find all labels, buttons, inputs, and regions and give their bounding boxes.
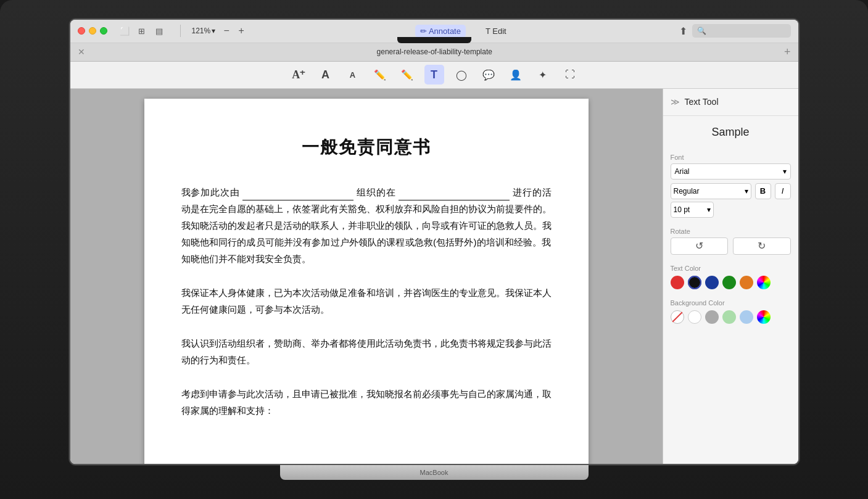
- share-button[interactable]: ⬆: [679, 25, 687, 37]
- bg-color-gray[interactable]: [705, 310, 719, 324]
- bg-color-light-blue[interactable]: [740, 310, 753, 324]
- text-color-black[interactable]: [688, 276, 701, 289]
- strip-view-icon[interactable]: ▤: [152, 25, 167, 37]
- macbook-base: MacBook: [280, 465, 589, 480]
- rotate-section: Rotate ↺ ↻: [671, 228, 791, 255]
- comment-tool[interactable]: 💬: [479, 65, 498, 85]
- text-color-multicolor[interactable]: [757, 276, 771, 289]
- side-panel-title: Text Tool: [685, 97, 719, 107]
- zoom-controls: 121% ▾ − +: [189, 25, 248, 37]
- blank-2: [399, 200, 510, 200]
- close-button[interactable]: [78, 27, 85, 35]
- annotate-button[interactable]: ✏ Annotate: [415, 25, 466, 38]
- rotate-buttons: ↺ ↻: [671, 237, 791, 255]
- zoom-display[interactable]: 121% ▾: [189, 25, 218, 36]
- zoom-out-button[interactable]: −: [220, 25, 233, 37]
- traffic-lights: [78, 27, 107, 35]
- laptop-outer: ⬜ ⊞ ▤ 121% ▾ − + ✏ Annotate T Edit ⬆: [0, 0, 868, 499]
- document-viewer[interactable]: 一般免责同意书 我参加此次由组织的在进行的活动是在完全自愿的基础上，依签署此有关…: [70, 89, 663, 464]
- search-bar[interactable]: 🔍: [692, 24, 791, 38]
- text-color-label: Text Color: [671, 265, 791, 272]
- font-size-select[interactable]: 10 pt ▾: [671, 202, 714, 218]
- font-small-tool[interactable]: A: [343, 65, 363, 85]
- doc-paragraph-1: 我参加此次由组织的在进行的活动是在完全自愿的基础上，依签署此有关豁免、权利放弃和…: [181, 184, 552, 267]
- bg-color-none[interactable]: [671, 310, 684, 324]
- side-panel-header: ≫ Text Tool: [663, 89, 798, 116]
- text-tool[interactable]: T: [424, 65, 444, 85]
- search-input[interactable]: [709, 27, 786, 35]
- bold-button[interactable]: B: [755, 183, 771, 199]
- doc-paragraph-4: 考虑到申请参与此次活动，且申请已被批准，我知晓报名前必须事先与自己的家属沟通，取…: [181, 386, 552, 419]
- shape-tool[interactable]: ◯: [452, 65, 471, 85]
- window-controls: ⬜ ⊞ ▤: [117, 25, 167, 37]
- side-panel-body: Sample Font Arial ▾ Regular ▾ B: [663, 116, 798, 334]
- text-color-blue[interactable]: [705, 276, 719, 289]
- bg-color-label: Background Color: [671, 299, 791, 307]
- annotation-toolbar: A⁺ A A ✏️ ✏️ T ◯ 💬 👤 ✦ ⛶: [70, 62, 798, 89]
- tab-bar: ✕ general-release-of-liability-template …: [70, 43, 798, 62]
- new-tab-button[interactable]: +: [782, 46, 793, 59]
- minimize-button[interactable]: [89, 27, 96, 35]
- font-section: Font Arial ▾ Regular ▾ B I: [671, 154, 791, 218]
- font-style-row: Regular ▾ B I: [671, 183, 791, 199]
- signature-tool[interactable]: 👤: [506, 65, 526, 85]
- tab-title: general-release-of-liability-template: [93, 47, 777, 56]
- font-style-select[interactable]: Regular ▾: [671, 183, 751, 199]
- document-page: 一般免责同意书 我参加此次由组织的在进行的活动是在完全自愿的基础上，依签署此有关…: [144, 99, 589, 464]
- macbook-label: MacBook: [420, 469, 448, 476]
- bg-color-section: Background Color: [671, 299, 791, 324]
- font-label: Font: [671, 154, 791, 161]
- bg-color-multicolor[interactable]: [757, 310, 771, 324]
- bg-color-row: [671, 310, 791, 324]
- redact-tool[interactable]: ✦: [533, 65, 553, 85]
- rotate-label: Rotate: [671, 228, 791, 235]
- main-area: 一般免责同意书 我参加此次由组织的在进行的活动是在完全自愿的基础上，依签署此有关…: [70, 89, 798, 464]
- doc-paragraph-3: 我认识到活动组织者，赞助商、举办者都将使用此活动免责书，此免责书将规定我参与此活…: [181, 335, 552, 368]
- grid-view-icon[interactable]: ⊞: [134, 25, 149, 37]
- rotate-cw-button[interactable]: ↻: [733, 237, 791, 255]
- toolbar-divider: [180, 25, 181, 37]
- bg-color-white[interactable]: [688, 310, 701, 324]
- blank-1: [242, 200, 353, 200]
- sample-text: Sample: [671, 126, 791, 139]
- pen-tool[interactable]: ✏️: [370, 65, 390, 85]
- text-fit-tool[interactable]: A⁺: [289, 65, 308, 85]
- text-color-section: Text Color: [671, 265, 791, 289]
- sidebar-toggle-icon[interactable]: ⬜: [117, 25, 132, 37]
- laptop-screen: ⬜ ⊞ ▤ 121% ▾ − + ✏ Annotate T Edit ⬆: [70, 20, 798, 464]
- text-color-red[interactable]: [671, 276, 684, 289]
- text-color-green[interactable]: [722, 276, 736, 289]
- highlight-tool[interactable]: ✏️: [397, 65, 417, 85]
- font-size-row: 10 pt ▾: [671, 202, 791, 218]
- search-icon: 🔍: [697, 27, 706, 35]
- tab-close-icon[interactable]: ✕: [75, 47, 88, 57]
- notch: [397, 37, 471, 43]
- text-color-orange[interactable]: [740, 276, 753, 289]
- side-panel-collapse-icon[interactable]: ≫: [671, 97, 680, 107]
- zoom-in-button[interactable]: +: [235, 25, 247, 37]
- bg-color-light-green[interactable]: [722, 310, 736, 324]
- doc-paragraph-2: 我保证本人身体健康，已为本次活动做足准备和培训，并咨询医生的专业意见。我保证本人…: [181, 284, 552, 318]
- italic-button[interactable]: I: [775, 183, 791, 199]
- rotate-ccw-button[interactable]: ↺: [671, 237, 729, 255]
- crop-tool[interactable]: ⛶: [560, 65, 580, 85]
- font-family-select[interactable]: Arial ▾: [671, 163, 791, 179]
- maximize-button[interactable]: [100, 27, 107, 35]
- document-title: 一般免责同意书: [181, 136, 552, 159]
- title-right: ⬆ 🔍: [679, 24, 791, 38]
- text-color-row: [671, 276, 791, 289]
- title-center: ✏ Annotate T Edit: [252, 25, 674, 38]
- side-panel: ≫ Text Tool Sample Font Arial ▾ Regula: [663, 89, 798, 464]
- edit-button[interactable]: T Edit: [481, 25, 511, 38]
- font-large-tool[interactable]: A: [316, 65, 336, 85]
